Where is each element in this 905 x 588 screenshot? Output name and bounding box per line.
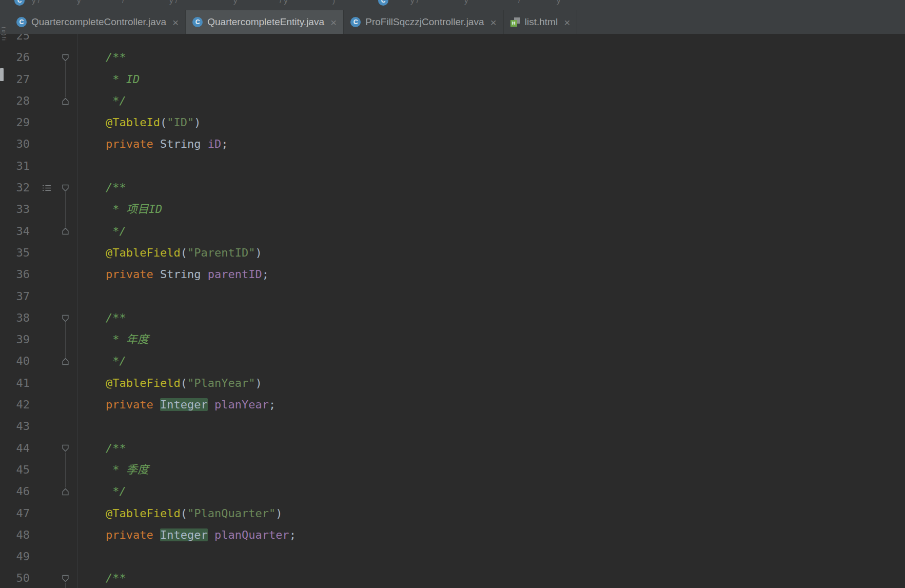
clipped-text-fragment: y (233, 0, 238, 5)
code-text: private Integer planYear; (77, 394, 276, 416)
fold-toggle-icon[interactable] (53, 481, 77, 502)
code-line: 27 * ID (0, 69, 905, 90)
close-tab-icon[interactable]: × (490, 17, 497, 28)
gutter-spacer (30, 567, 53, 588)
code-line: 40 */ (0, 350, 905, 372)
gutter-spacer (30, 69, 53, 90)
code-text: */ (77, 221, 126, 242)
clipped-class-icon: C (14, 0, 25, 6)
tab-label: ProFillSqczzjController.java (365, 16, 484, 28)
code-line: 44 /** (0, 438, 905, 459)
code-line: 35 @TableField("ParentID") (0, 242, 905, 264)
stripe-active-marker[interactable] (0, 68, 4, 81)
code-line: 34 */ (0, 221, 905, 242)
editor-tab[interactable]: CProFillSqczzjController.java× (344, 10, 504, 34)
fold-toggle-icon[interactable] (53, 90, 77, 112)
code-line: 26 /** (0, 47, 905, 68)
code-line: 25 (0, 34, 905, 47)
code-text: private String iD; (77, 133, 228, 155)
editor-tab[interactable]: CQuartercompleteEntity.java× (186, 10, 344, 34)
fold-gutter (53, 112, 77, 133)
gutter-spacer (30, 264, 53, 285)
code-text: /** (77, 307, 126, 329)
gutter-spacer (30, 524, 53, 546)
fold-gutter (53, 373, 77, 394)
code-text: */ (77, 350, 126, 372)
close-tab-icon[interactable]: × (564, 17, 570, 28)
code-line: 37 (0, 286, 905, 307)
gutter-spacer (30, 546, 53, 567)
fold-toggle-icon[interactable] (53, 47, 77, 68)
fold-gutter (53, 155, 77, 177)
code-text: @TableField("PlanYear") (77, 373, 262, 394)
code-text: /** (77, 47, 126, 68)
java-class-icon: C (192, 17, 203, 27)
close-tab-icon[interactable]: × (172, 17, 179, 28)
code-line: 43 (0, 416, 905, 437)
fold-gutter (53, 503, 77, 524)
code-text: @TableField("ParentID") (77, 242, 262, 264)
close-tab-icon[interactable]: × (330, 17, 337, 28)
gutter-spacer (30, 438, 53, 459)
code-text: * 年度 (77, 329, 149, 350)
code-line: 49 (0, 546, 905, 567)
code-text: private String parentID; (77, 264, 269, 285)
gutter-spacer (30, 350, 53, 372)
editor-lines: 2526 /**27 * ID28 */29 @TableId("ID")30 … (0, 34, 905, 588)
code-line: 31 (0, 155, 905, 177)
editor-tab[interactable]: CQuartercompleteController.java× (10, 10, 186, 34)
code-text: * 项目ID (77, 199, 162, 220)
code-line: 29 @TableId("ID") (0, 112, 905, 133)
gutter-list-icon[interactable] (30, 177, 53, 199)
code-line: 41 @TableField("PlanYear") (0, 373, 905, 394)
editor-tab[interactable]: Hlist.html× (504, 10, 578, 34)
fold-toggle-icon[interactable] (53, 177, 77, 199)
fold-gutter (53, 329, 77, 350)
fold-gutter (53, 133, 77, 155)
fold-gutter (53, 459, 77, 481)
code-line: 46 */ (0, 481, 905, 502)
tool-window-stripe: (e)fi (0, 0, 10, 588)
tab-label: QuartercompleteEntity.java (207, 16, 324, 28)
code-line: 38 /** (0, 307, 905, 329)
fold-toggle-icon[interactable] (53, 438, 77, 459)
fold-gutter (53, 524, 77, 546)
fold-gutter (53, 394, 77, 416)
clipped-text-fragment: / (518, 0, 520, 5)
gutter-spacer (30, 416, 53, 437)
gutter-spacer (30, 133, 53, 155)
fold-gutter (53, 199, 77, 220)
gutter-spacer (30, 459, 53, 481)
code-text: */ (77, 90, 126, 112)
gutter-spacer (30, 242, 53, 264)
gutter-separator (77, 34, 78, 588)
code-editor[interactable]: 2526 /**27 * ID28 */29 @TableId("ID")30 … (0, 34, 905, 588)
fold-gutter (53, 286, 77, 307)
fold-gutter (53, 546, 77, 567)
code-line: 48 private Integer planQuarter; (0, 524, 905, 546)
clipped-text-fragment: y (464, 0, 468, 5)
clipped-text-fragment: / (122, 0, 124, 5)
fold-toggle-icon[interactable] (53, 307, 77, 329)
code-text: @TableField("PlanQuarter") (77, 503, 282, 524)
fold-toggle-icon[interactable] (53, 221, 77, 242)
clipped-text-fragment: y / (169, 0, 178, 5)
fold-toggle-icon[interactable] (53, 350, 77, 372)
clipped-text-fragment: y / (410, 0, 419, 5)
clipped-text-fragment: y (77, 0, 81, 5)
clipped-class-icon: C (378, 0, 388, 6)
code-line: 30 private String iD; (0, 133, 905, 155)
gutter-spacer (30, 47, 53, 68)
code-line: 45 * 季度 (0, 459, 905, 481)
fold-toggle-icon[interactable] (53, 567, 77, 588)
tab-label: QuartercompleteController.java (31, 16, 166, 28)
fold-gutter (53, 34, 77, 47)
gutter-spacer (30, 221, 53, 242)
clipped-text-fragment: y / (32, 0, 40, 5)
code-line: 39 * 年度 (0, 329, 905, 350)
code-text: @TableId("ID") (77, 112, 201, 133)
java-class-icon: C (16, 17, 27, 27)
gutter-spacer (30, 481, 53, 502)
code-line: 32 /** (0, 177, 905, 199)
code-text: */ (77, 481, 126, 502)
